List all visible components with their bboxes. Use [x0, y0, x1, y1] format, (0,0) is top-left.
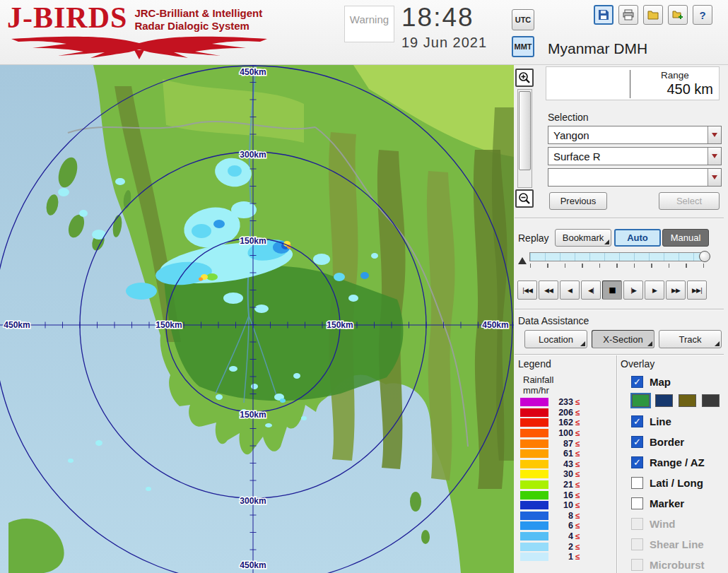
range-label: 450km [482, 320, 508, 330]
range-label: 150km [327, 320, 353, 330]
zoom-scrollbar[interactable] [517, 89, 532, 188]
legend-unit-1: Rainfall [523, 374, 553, 385]
play-button[interactable]: ▶ [645, 280, 664, 300]
overlay-item-shear-line[interactable]: Shear Line [631, 536, 727, 552]
overlay-item-marker[interactable]: Marker [631, 495, 727, 511]
overlay-item-wind[interactable]: Wind [631, 516, 727, 531]
separator [616, 355, 618, 573]
chevron-down-icon[interactable] [708, 126, 721, 143]
overlay-item-microburst[interactable]: Microburst [631, 557, 727, 572]
legend-swatch [520, 512, 548, 520]
logo-title: J-BIRDS [7, 3, 127, 33]
fast-forward-button[interactable]: ▶▶ [666, 280, 686, 300]
open-folder-button[interactable] [643, 5, 663, 25]
extra-dropdown[interactable] [548, 168, 722, 187]
overlay-label: Marker [650, 497, 684, 509]
checked-checkbox[interactable]: ✓ [631, 376, 643, 388]
checked-checkbox[interactable]: ✓ [631, 415, 643, 427]
legend-value: 233 [552, 397, 573, 407]
help-button[interactable]: ? [693, 5, 712, 25]
previous-button[interactable]: Previous [549, 192, 607, 210]
logo: J-BIRDS JRC-Brilliant & Intelligent Rada… [7, 3, 271, 62]
map-palette-swatch[interactable] [632, 394, 650, 407]
checked-checkbox[interactable]: ✓ [631, 456, 643, 468]
unchecked-checkbox[interactable] [631, 559, 643, 571]
radar-display[interactable]: 450km300km150km150km300km450km450km150km… [0, 65, 514, 573]
map-palette-swatch[interactable] [679, 394, 696, 407]
legend-row: 61≤ [520, 449, 580, 459]
logo-subtitle-2: Radar Dialogic System [134, 20, 262, 33]
zoom-out-button[interactable] [515, 189, 534, 208]
zoom-out-icon [518, 192, 531, 205]
replay-slider-track[interactable] [529, 252, 703, 261]
select-button[interactable]: Select [659, 192, 720, 210]
location-button[interactable]: Location [524, 330, 587, 348]
xsection-button[interactable]: X-Section [592, 330, 654, 348]
legend-value: 16 [552, 490, 573, 500]
overlay-item-line[interactable]: ✓Line [631, 413, 727, 429]
map-palette-swatch[interactable] [655, 394, 673, 407]
chevron-down-icon[interactable] [708, 148, 721, 165]
legend-value: 10 [552, 500, 573, 510]
range-divider [630, 70, 630, 98]
step-forward-button[interactable]: |▶ [623, 280, 643, 300]
track-button[interactable]: Track [659, 330, 722, 348]
legend-operator: ≤ [575, 491, 580, 500]
range-box: Range 450 km [546, 66, 720, 100]
separator [515, 218, 724, 219]
overlay-item-lati-long[interactable]: Lati / Long [631, 475, 727, 490]
step-back-button[interactable]: ◀| [581, 280, 601, 300]
legend-operator: ≤ [575, 480, 580, 489]
clock-time: 18:48 [401, 3, 507, 33]
legend-row: 206≤ [520, 408, 580, 418]
stop-button[interactable]: ■ [602, 280, 622, 300]
map-palette-swatch[interactable] [702, 394, 720, 407]
zoom-scrollbar-thumb[interactable] [519, 91, 531, 170]
legend-operator: ≤ [575, 470, 580, 478]
unchecked-checkbox[interactable] [631, 477, 643, 489]
legend-value: 8 [552, 511, 573, 521]
site-dropdown[interactable]: Yangon [548, 126, 722, 144]
mmt-button[interactable]: MMT [512, 36, 534, 57]
legend-row: 21≤ [520, 480, 580, 490]
zoom-in-button[interactable] [515, 69, 534, 87]
bookmark-button[interactable]: Bookmark [555, 229, 611, 247]
unchecked-checkbox[interactable] [631, 538, 643, 550]
overlay-label: Shear Line [650, 538, 704, 550]
replay-slider-start-marker[interactable] [518, 257, 527, 264]
legend-operator: ≤ [575, 418, 580, 427]
unchecked-checkbox[interactable] [631, 518, 643, 530]
legend-swatch [520, 439, 548, 448]
site-dropdown-value: Yangon [548, 129, 708, 141]
legend-value: 100 [552, 428, 573, 438]
print-button[interactable] [618, 5, 638, 25]
chevron-down-icon[interactable] [708, 169, 721, 186]
legend-swatch [520, 418, 548, 427]
legend-operator: ≤ [575, 501, 580, 509]
legend-rows: 233≤206≤162≤100≤87≤61≤43≤30≤21≤16≤10≤8≤6… [520, 398, 580, 563]
utc-button[interactable]: UTC [512, 9, 534, 30]
export-button[interactable] [668, 5, 688, 25]
fast-rewind-button[interactable]: ◀◀ [539, 280, 558, 300]
overlay-label: Lati / Long [650, 477, 703, 489]
legend-operator: ≤ [575, 408, 580, 417]
unchecked-checkbox[interactable] [631, 497, 643, 509]
manual-button[interactable]: Manual [662, 229, 709, 247]
legend-value: 162 [552, 418, 573, 427]
auto-button[interactable]: Auto [614, 229, 661, 247]
checked-checkbox[interactable]: ✓ [631, 436, 643, 448]
range-label: 450km [240, 67, 266, 77]
product-dropdown[interactable]: Surface R [548, 147, 722, 165]
jump-end-button[interactable]: ▶▶| [687, 280, 707, 300]
range-label: 450km [240, 560, 266, 570]
overlay-label: Microburst [650, 559, 705, 571]
overlay-item-map[interactable]: ✓Map [631, 374, 727, 389]
play-reverse-button[interactable]: ◀ [560, 280, 580, 300]
help-icon: ? [699, 9, 705, 21]
overlay-item-range-az[interactable]: ✓Range / AZ [631, 454, 727, 470]
overlay-item-border[interactable]: ✓Border [631, 434, 727, 449]
replay-slider-thumb[interactable] [699, 251, 710, 262]
legend-operator: ≤ [575, 460, 580, 468]
save-button[interactable] [594, 5, 613, 25]
jump-start-button[interactable]: |◀◀ [517, 280, 537, 300]
